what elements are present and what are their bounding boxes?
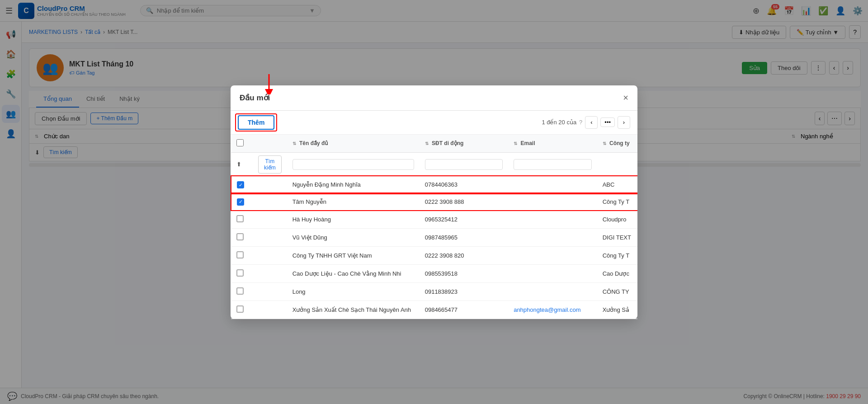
search-sdt-input[interactable] <box>425 159 503 170</box>
cell-ten-7: Xưởng Sản Xuất Chè Sạch Thái Nguyên Anh <box>287 301 420 319</box>
modal-table: ⇅ Tên đầy đủ ⇅ SĐT di động ⇅ Email ⇅ <box>231 135 637 319</box>
upload-icon: ⬆ <box>236 161 241 168</box>
cell-cong-ty-5: Cao Dược <box>597 264 637 282</box>
row-checkbox-7[interactable] <box>236 305 244 313</box>
cell-sdt-4: 0222 3908 820 <box>420 246 508 264</box>
cell-email-1 <box>508 193 597 211</box>
col-header-ten: ⇅ Tên đầy đủ <box>287 135 420 153</box>
cell-email-4 <box>508 246 597 264</box>
cell-cong-ty-6: CÔNG TY <box>597 282 637 301</box>
cell-email-0 <box>508 176 597 193</box>
cell-cong-ty-2: Cloudpro <box>597 210 637 228</box>
table-row: Hà Huy Hoàng 0965325412 Cloudpro <box>231 210 637 228</box>
modal-title: Đầu mới <box>240 93 270 103</box>
cell-cong-ty-0: ABC <box>597 176 637 193</box>
cell-ten-6: Long <box>287 282 420 301</box>
modal: Đầu mới × Thêm 1 đến 20 của ? ‹ ••• › <box>231 85 637 319</box>
cell-sdt-3: 0987485965 <box>420 228 508 246</box>
cell-sdt-7: 0984665477 <box>420 301 508 319</box>
table-row: ✓ Nguyễn Đặng Minh Nghĩa 0784406363 ABC <box>231 176 637 193</box>
page-prev-button[interactable]: ‹ <box>585 116 598 129</box>
cell-ten-3: Vũ Việt Dũng <box>287 228 420 246</box>
modal-close-button[interactable]: × <box>623 93 628 103</box>
row-checkbox-5[interactable] <box>236 269 244 277</box>
page-next-button[interactable]: › <box>618 116 630 129</box>
cell-sdt-6: 0911838923 <box>420 282 508 301</box>
cell-email-5 <box>508 264 597 282</box>
search-ten-input[interactable] <box>292 159 414 170</box>
table-row: ✓ Tâm Nguyễn 0222 3908 888 Công Ty T <box>231 193 637 211</box>
email-link-7[interactable]: anhphongtea@gmail.com <box>514 306 580 313</box>
cell-sdt-0: 0784406363 <box>420 176 508 193</box>
page-dots-button[interactable]: ••• <box>600 117 615 127</box>
table-row: Vũ Việt Dũng 0987485965 DIGI TEXT <box>231 228 637 246</box>
table-row: Cao Dược Liệu - Cao Chè Vằng Minh Nhi 09… <box>231 264 637 282</box>
modal-search-button[interactable]: Tìm kiếm <box>258 155 282 174</box>
row-checkbox-0[interactable]: ✓ <box>237 181 244 188</box>
cell-email-7: anhphongtea@gmail.com <box>508 301 597 319</box>
col-header-sdt: ⇅ SĐT di động <box>420 135 508 153</box>
select-all-checkbox[interactable] <box>236 139 244 146</box>
cell-ten-2: Hà Huy Hoàng <box>287 210 420 228</box>
row-checkbox-3[interactable] <box>236 233 244 240</box>
help-icon[interactable]: ? <box>579 119 582 126</box>
table-row: Công Ty TNHH GRT Việt Nam 0222 3908 820 … <box>231 246 637 264</box>
pagination-text: 1 đến 20 của <box>542 119 576 126</box>
cell-ten-5: Cao Dược Liệu - Cao Chè Vằng Minh Nhi <box>287 264 420 282</box>
row-checkbox-4[interactable] <box>236 251 244 258</box>
cell-email-3 <box>508 228 597 246</box>
table-row: Xưởng Sản Xuất Chè Sạch Thái Nguyên Anh … <box>231 301 637 319</box>
pagination: 1 đến 20 của ? ‹ ••• › <box>542 116 630 129</box>
cell-ten-4: Công Ty TNHH GRT Việt Nam <box>287 246 420 264</box>
col-header-cong-ty: ⇅ Công ty <box>597 135 637 153</box>
cell-sdt-2: 0965325412 <box>420 210 508 228</box>
cell-email-2 <box>508 210 597 228</box>
cell-ten-0: Nguyễn Đặng Minh Nghĩa <box>287 176 420 193</box>
cell-sdt-5: 0985539518 <box>420 264 508 282</box>
search-row: ⬆ Tìm kiếm <box>231 152 637 176</box>
modal-body: ⇅ Tên đầy đủ ⇅ SĐT di động ⇅ Email ⇅ <box>231 135 637 319</box>
search-email-input[interactable] <box>514 159 591 170</box>
cell-email-6 <box>508 282 597 301</box>
row-checkbox-2[interactable] <box>236 215 244 222</box>
cell-cong-ty-3: DIGI TEXT <box>597 228 637 246</box>
col-header-email: ⇅ Email <box>508 135 597 153</box>
row-checkbox-1[interactable]: ✓ <box>237 198 244 206</box>
modal-header: Đầu mới × <box>231 85 637 111</box>
row-checkbox-6[interactable] <box>236 287 244 295</box>
them-button[interactable]: Thêm <box>238 115 274 130</box>
table-row: Long 0911838923 CÔNG TY <box>231 282 637 301</box>
cell-cong-ty-7: Xưởng Sả <box>597 301 637 319</box>
cell-ten-1: Tâm Nguyễn <box>287 193 420 211</box>
cell-cong-ty-4: Công Ty T <box>597 246 637 264</box>
modal-toolbar: Thêm 1 đến 20 của ? ‹ ••• › <box>231 111 637 135</box>
cell-sdt-1: 0222 3908 888 <box>420 193 508 211</box>
cell-cong-ty-1: Công Ty T <box>597 193 637 211</box>
modal-overlay: Đầu mới × Thêm 1 đến 20 của ? ‹ ••• › <box>0 0 868 404</box>
